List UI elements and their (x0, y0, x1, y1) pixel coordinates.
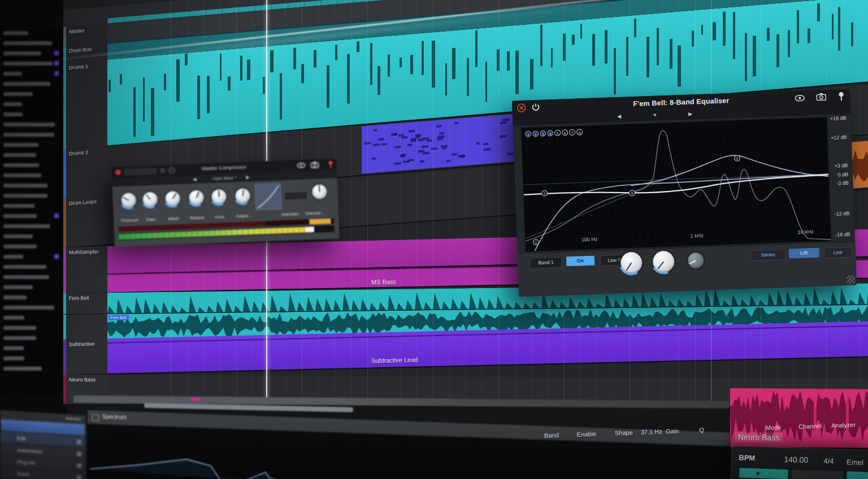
enable-button[interactable]: On (566, 256, 595, 267)
browser-list-item[interactable] (0, 99, 63, 110)
browser-list-item[interactable] (0, 343, 63, 354)
track-header-drum-loops[interactable]: Drum Loops (63, 195, 108, 247)
browser-list-item[interactable] (0, 221, 63, 232)
browser-list-item[interactable] (0, 69, 63, 79)
channel-button[interactable]: L/R (789, 248, 820, 259)
eq-plugin-window[interactable]: F'em Bell: 8-Band Equaliser ◀ ✶ ▶ 123456 (512, 89, 857, 297)
nav-prev-icon[interactable]: ◀ (617, 114, 621, 119)
compressor-knob-threshold[interactable] (119, 191, 138, 210)
midi-note (485, 62, 487, 102)
compressor-transfer-curve[interactable] (255, 183, 282, 210)
browser-list-item[interactable] (0, 38, 63, 49)
neuro-bass-audio-clip[interactable]: Neuro Bass (730, 388, 868, 448)
transport-secondary-button[interactable] (791, 469, 843, 479)
browser-item-text (3, 285, 33, 289)
browser-list-item[interactable] (0, 160, 63, 171)
eq-graph[interactable]: 12345678 100 Hz1 kHz10 kHz 1235 (521, 117, 831, 252)
track-header-fem-bell[interactable]: Fem Bell (63, 293, 108, 314)
browser-item-text (3, 31, 28, 35)
browser-list-item[interactable] (0, 59, 63, 69)
context-menu-panel[interactable]: MENU EditAutomationPlug-insTrack (0, 410, 86, 479)
track-header-drums-1[interactable]: Drums 1 (63, 59, 108, 149)
browser-list-item[interactable] (0, 333, 63, 343)
browser-list-item[interactable] (0, 293, 63, 303)
eye-icon[interactable] (795, 94, 805, 102)
browser-list-item[interactable] (0, 79, 63, 89)
browser-item-text (3, 295, 27, 299)
compressor-plugin-window[interactable]: Master Compressor ◀ Opto Bass * ▶ Thresh… (111, 158, 339, 247)
browser-list-item[interactable] (0, 354, 63, 364)
midi-note (370, 43, 372, 85)
spectrum-panel[interactable]: Spectrum (88, 410, 730, 479)
browser-list-item[interactable] (0, 130, 63, 140)
browser-list-item[interactable] (0, 232, 63, 242)
track-header-ms-bass-sub[interactable] (63, 273, 108, 293)
track-header-multisampler[interactable]: MultiSampler (63, 246, 108, 275)
browser-list-item[interactable] (0, 140, 63, 150)
track-header-drums-2[interactable]: Drums 2 (63, 146, 108, 199)
compressor-knob-attack[interactable] (163, 189, 182, 208)
transport-third-button[interactable] (847, 471, 868, 479)
browser-list-item[interactable] (0, 323, 63, 333)
browser-list-item[interactable] (0, 120, 63, 130)
analyzer-button[interactable]: Line (824, 247, 853, 259)
midi-note (788, 30, 790, 57)
nav-next-icon[interactable]: ▶ (688, 111, 692, 116)
gain-knob[interactable] (650, 249, 676, 275)
track-header-subtractive[interactable]: Subtractive (63, 338, 108, 375)
midi-note (327, 66, 330, 108)
browser-list-item[interactable] (0, 211, 63, 221)
midi-note (240, 56, 242, 81)
midi-note (551, 49, 553, 68)
browser-list-item[interactable] (0, 252, 63, 262)
browser-list-item[interactable] (0, 201, 63, 211)
browser-list-item[interactable] (0, 242, 63, 252)
browser-list-item[interactable] (0, 282, 63, 293)
browser-list-item[interactable] (0, 313, 63, 323)
compressor-knob-release[interactable] (187, 188, 206, 207)
browser-list-item[interactable] (0, 150, 63, 160)
midi-note (270, 50, 274, 72)
midi-note (374, 129, 377, 132)
mode-button[interactable]: Stereo (750, 249, 786, 261)
midi-note (670, 38, 672, 69)
caption-channel: Channel (798, 423, 822, 430)
compressor-knob-knee[interactable] (210, 188, 228, 206)
resize-grip[interactable] (847, 276, 854, 284)
midi-note (540, 25, 543, 66)
browser-list-item[interactable] (0, 110, 63, 120)
browser-list-item[interactable] (0, 303, 63, 313)
midi-note (436, 125, 442, 128)
q-knob[interactable] (686, 251, 706, 271)
compressor-knob-ratio[interactable] (141, 190, 159, 209)
plugin-browser-panel[interactable] (0, 28, 64, 397)
browser-list-item[interactable] (0, 181, 63, 191)
nav-star-icon[interactable]: ✶ (653, 112, 657, 118)
track-header-fem-bell-b[interactable] (63, 314, 108, 339)
browser-list-item[interactable] (0, 272, 63, 282)
browser-list-item[interactable] (0, 28, 63, 38)
bpm-value[interactable]: 140.00 (784, 455, 808, 464)
midi-note (500, 135, 507, 138)
loop-marker (191, 398, 200, 401)
browser-list-item[interactable] (0, 171, 63, 181)
frequency-knob[interactable] (619, 250, 645, 276)
midi-note (431, 147, 437, 150)
frequency-label: 1 kHz (690, 233, 703, 239)
midi-note (808, 28, 810, 43)
browser-item-text (3, 123, 55, 127)
knob-label: Release (190, 215, 205, 220)
time-signature[interactable]: 4/4 (823, 456, 834, 465)
compressor-knob-output[interactable] (233, 186, 252, 205)
sidechain-display[interactable] (284, 191, 308, 201)
browser-list-item[interactable] (0, 364, 63, 374)
play-button[interactable]: ▶ (739, 468, 788, 479)
browser-list-item[interactable] (0, 191, 63, 201)
band-select-button[interactable]: Band 1 (530, 257, 562, 269)
db-label: +18 dB (830, 115, 847, 121)
browser-list-item[interactable] (0, 262, 63, 272)
browser-list-item[interactable] (0, 49, 63, 59)
midi-note (418, 139, 423, 142)
browser-list-item[interactable] (0, 89, 63, 99)
midi-note (452, 153, 457, 156)
